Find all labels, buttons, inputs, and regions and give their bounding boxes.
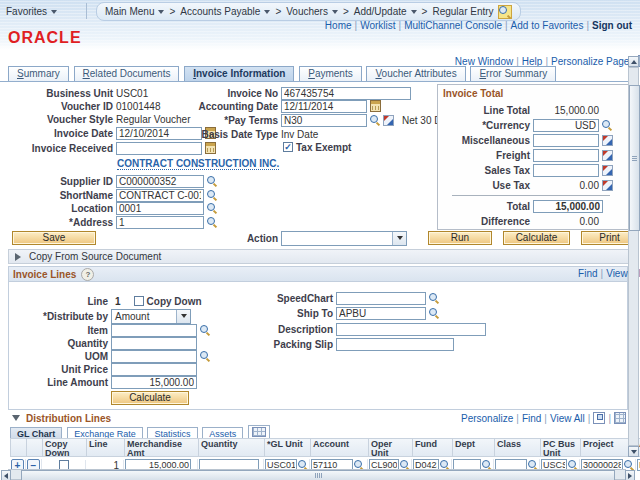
total-field[interactable]	[533, 200, 603, 213]
freight-field[interactable]	[533, 149, 599, 162]
vertical-scrollbar[interactable]	[628, 67, 639, 446]
line-calculate-button[interactable]: Calculate	[111, 391, 189, 405]
run-button[interactable]: Run	[428, 231, 492, 245]
transfer-icon[interactable]	[602, 150, 613, 161]
pay-terms-field[interactable]	[281, 114, 367, 127]
description-field[interactable]	[336, 323, 486, 336]
personalize-page-link[interactable]: Personalize Page	[551, 56, 629, 67]
currency-field[interactable]	[533, 119, 599, 132]
use-tax-label: Use Tax	[438, 180, 530, 191]
favorites-menu[interactable]: Favorites	[6, 3, 57, 20]
chevron-down-icon	[158, 10, 164, 14]
tab-invoice-information[interactable]: Invoice Information	[184, 66, 294, 82]
find-link[interactable]: Find	[578, 268, 597, 279]
lookup-icon[interactable]	[429, 293, 439, 303]
find-link[interactable]: Find	[522, 413, 541, 424]
download-icon[interactable]	[593, 412, 605, 424]
col-gl-unit: *GL Unit	[265, 439, 311, 456]
view-all-link[interactable]: View All	[550, 413, 585, 424]
sales-tax-field[interactable]	[533, 164, 599, 177]
lookup-icon[interactable]	[370, 115, 380, 125]
item-label: Item	[11, 325, 108, 336]
invoice-received-field[interactable]	[116, 142, 202, 155]
tab-related-documents[interactable]: Related Documents	[74, 66, 180, 82]
accounting-date-field[interactable]	[281, 100, 367, 113]
help-icon[interactable]: ?	[81, 268, 94, 281]
lookup-icon[interactable]	[207, 176, 217, 186]
horizontal-scroll-thumb[interactable]	[21, 470, 615, 480]
lookup-icon[interactable]	[207, 217, 217, 227]
tab-summary[interactable]: Summary	[8, 66, 69, 82]
line-amount-field[interactable]	[111, 376, 197, 389]
copy-down-checkbox[interactable]	[134, 296, 144, 306]
breadcrumb-add-update[interactable]: Add/Update	[354, 6, 417, 17]
new-window-link[interactable]: New Window	[455, 56, 513, 67]
lookup-icon[interactable]	[207, 190, 217, 200]
distribution-title: Distribution Lines	[26, 413, 111, 424]
transfer-icon[interactable]	[602, 165, 613, 176]
scroll-right-button[interactable]	[625, 470, 635, 480]
breadcrumb-main-menu[interactable]: Main Menu	[105, 6, 164, 17]
calculate-button[interactable]: Calculate	[503, 231, 570, 245]
personalize-link[interactable]: Personalize	[461, 413, 513, 424]
transfer-icon[interactable]	[383, 115, 394, 126]
supplier-name-link[interactable]: CONTRACT CONSTRUCTION INC.	[117, 158, 279, 169]
show-all-columns-icon[interactable]	[248, 425, 270, 439]
multichannel-console-link[interactable]: MultiChannel Console	[404, 20, 502, 31]
accounting-date-label: Accounting Date	[150, 101, 278, 112]
lookup-icon[interactable]	[200, 351, 210, 361]
total-label: Total	[438, 201, 530, 212]
tax-exempt-checkbox[interactable]: ✓	[283, 142, 293, 152]
horizontal-scrollbar[interactable]	[8, 469, 626, 480]
separator: |	[516, 413, 519, 424]
home-link[interactable]: Home	[325, 20, 352, 31]
unit-price-field[interactable]	[111, 363, 197, 376]
transfer-icon[interactable]	[602, 135, 613, 146]
lookup-icon[interactable]	[602, 120, 612, 130]
zoom-grid-icon[interactable]	[614, 412, 626, 424]
scroll-left-button[interactable]	[1, 470, 11, 480]
separator: |	[516, 56, 519, 67]
breadcrumb-accounts-payable[interactable]: Accounts Payable	[180, 6, 270, 17]
breadcrumb-vouchers[interactable]: Vouchers	[286, 6, 338, 17]
col-pc-bus-unit: PC Bus Unit	[541, 439, 581, 456]
vertical-scroll-thumb[interactable]	[629, 85, 640, 231]
lookup-icon[interactable]	[429, 308, 439, 318]
miscellaneous-field[interactable]	[533, 134, 599, 147]
help-link[interactable]: Help	[522, 56, 543, 67]
action-select[interactable]	[281, 231, 407, 246]
lookup-icon[interactable]	[207, 203, 217, 213]
invoice-no-field[interactable]	[281, 87, 411, 100]
transfer-icon[interactable]	[602, 180, 613, 191]
worklist-link[interactable]: Worklist	[360, 20, 395, 31]
tab-voucher-attributes[interactable]: Voucher Attributes	[366, 66, 465, 82]
ship-to-field[interactable]	[336, 307, 426, 320]
calendar-icon[interactable]	[205, 142, 216, 154]
tab-error-summary[interactable]: Error Summary	[470, 66, 556, 82]
collapse-icon[interactable]	[12, 415, 20, 421]
shortname-field[interactable]	[116, 189, 204, 202]
speedchart-field[interactable]	[336, 292, 426, 305]
sign-out-link[interactable]: Sign out	[592, 20, 632, 31]
tab-underline	[0, 81, 629, 82]
invoice-total-panel: Invoice Total Line Total 15,000.00 *Curr…	[437, 84, 630, 230]
calendar-icon[interactable]	[370, 100, 381, 112]
chevron-down-icon	[264, 10, 270, 14]
address-field[interactable]	[116, 216, 204, 229]
location-field[interactable]	[116, 202, 204, 215]
distribution-links: Personalize | Find | View All | |	[461, 412, 626, 424]
separator: |	[586, 20, 589, 31]
uom-field[interactable]	[111, 350, 197, 363]
add-to-favorites-link[interactable]: Add to Favorites	[511, 20, 584, 31]
separator: |	[399, 20, 402, 31]
chevron-down-icon	[392, 232, 406, 245]
search-icon[interactable]	[498, 5, 512, 19]
save-button[interactable]: Save	[12, 231, 96, 245]
scroll-down-button[interactable]	[628, 446, 639, 457]
packing-slip-field[interactable]	[336, 338, 454, 351]
tab-payments[interactable]: Payments	[299, 66, 361, 82]
scroll-up-button[interactable]	[628, 56, 639, 67]
expand-icon[interactable]	[15, 253, 21, 261]
copy-from-source-section[interactable]: Copy From Source Document	[8, 249, 634, 264]
supplier-id-field[interactable]	[116, 175, 204, 188]
